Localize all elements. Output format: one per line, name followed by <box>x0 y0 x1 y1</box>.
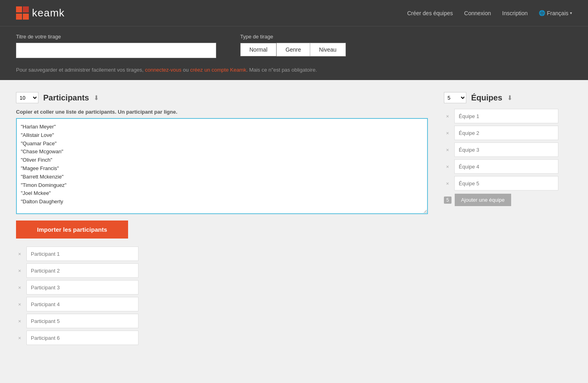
info-text-mid: ou <box>181 67 190 73</box>
nav-login[interactable]: Connexion <box>464 10 491 16</box>
remove-equipe-3-button[interactable]: × <box>444 147 451 153</box>
logo-icon <box>16 6 30 20</box>
list-item: × <box>16 314 428 328</box>
equipes-header: 5 2 3 4 6 Équipes ⬇ <box>444 92 572 103</box>
title-label: Titre de votre tirage <box>16 34 216 40</box>
nav-lang[interactable]: 🌐 Français ▾ <box>539 10 572 16</box>
participants-header: 10 5 15 20 Participants ⬇ <box>16 92 428 103</box>
list-item: × <box>444 159 572 174</box>
remove-equipe-5-button[interactable]: × <box>444 180 451 186</box>
participant-3-input[interactable] <box>26 280 138 295</box>
lang-label: Français <box>547 10 568 16</box>
logo: keamk <box>16 6 65 20</box>
info-text-after: . Mais ce n"est pas obligatoire. <box>246 67 317 73</box>
list-item: × <box>16 331 428 345</box>
list-item: × <box>16 263 428 278</box>
list-item: × <box>444 109 572 123</box>
type-normal-button[interactable]: Normal <box>240 43 277 56</box>
equipe-5-input[interactable] <box>454 176 558 190</box>
main-content: 10 5 15 20 Participants ⬇ Copier et coll… <box>0 80 588 357</box>
equipe-2-input[interactable] <box>454 126 558 140</box>
list-item: × <box>16 280 428 295</box>
top-form: Titre de votre tirage Type de tirage Nor… <box>0 26 588 67</box>
list-item: × <box>444 176 572 190</box>
list-item: × <box>16 297 428 311</box>
equipe-1-input[interactable] <box>454 109 558 123</box>
globe-icon: 🌐 <box>539 10 545 16</box>
equipe-list: × × × × × <box>444 109 572 190</box>
remove-participant-5-button[interactable]: × <box>16 318 23 324</box>
type-buttons: Normal Genre Niveau <box>240 43 346 56</box>
remove-participant-6-button[interactable]: × <box>16 335 23 341</box>
participant-1-input[interactable] <box>26 247 138 261</box>
participants-count-select[interactable]: 10 5 15 20 <box>16 92 38 103</box>
type-label: Type de tirage <box>240 34 346 40</box>
participant-6-input[interactable] <box>26 331 138 345</box>
add-equipe-button[interactable]: Ajouter une équipe <box>455 194 511 206</box>
type-genre-button[interactable]: Genre <box>277 43 310 56</box>
equipe-4-input[interactable] <box>454 159 558 174</box>
logo-text: keamk <box>32 7 65 19</box>
chevron-down-icon: ▾ <box>570 11 572 15</box>
participants-title: Participants <box>43 93 89 102</box>
header: keamk Créer des équipes Connexion Inscri… <box>0 0 588 26</box>
equipes-title: Équipes <box>471 93 502 102</box>
nav-register[interactable]: Inscription <box>502 10 528 16</box>
add-equipe-row: 5 Ajouter une équipe <box>444 194 572 206</box>
info-login-link[interactable]: connectez-vous <box>145 67 181 73</box>
add-equipe-count: 5 <box>444 197 452 204</box>
title-input[interactable] <box>16 43 216 58</box>
nav-links: Créer des équipes Connexion Inscription … <box>407 10 572 16</box>
list-item: × <box>16 247 428 261</box>
type-niveau-button[interactable]: Niveau <box>310 43 346 56</box>
download-participants-icon[interactable]: ⬇ <box>94 94 99 102</box>
participant-5-input[interactable] <box>26 314 138 328</box>
remove-participant-3-button[interactable]: × <box>16 285 23 291</box>
type-field-group: Type de tirage Normal Genre Niveau <box>240 34 346 56</box>
nav-create[interactable]: Créer des équipes <box>407 10 453 16</box>
remove-participant-4-button[interactable]: × <box>16 301 23 307</box>
info-bar: Pour sauvegarder et administrer facileme… <box>0 67 588 80</box>
list-item: × <box>444 126 572 140</box>
participants-textarea[interactable]: "Harlan Meyer" "Allistair Love" "Quamar … <box>16 118 428 214</box>
title-field-group: Titre de votre tirage <box>16 34 216 58</box>
list-item: × <box>444 142 572 157</box>
download-equipes-icon[interactable]: ⬇ <box>507 94 512 102</box>
equipe-3-input[interactable] <box>454 142 558 157</box>
remove-participant-2-button[interactable]: × <box>16 268 23 274</box>
remove-equipe-2-button[interactable]: × <box>444 130 451 136</box>
import-button[interactable]: Importer les participants <box>16 221 128 239</box>
equipes-count-select[interactable]: 5 2 3 4 6 <box>444 92 466 103</box>
participant-4-input[interactable] <box>26 297 138 311</box>
remove-equipe-4-button[interactable]: × <box>444 164 451 170</box>
equipes-section: 5 2 3 4 6 Équipes ⬇ × × × × <box>444 92 572 345</box>
participant-2-input[interactable] <box>26 263 138 278</box>
remove-participant-1-button[interactable]: × <box>16 251 23 257</box>
participant-list: × × × × × × <box>16 247 428 345</box>
info-text-before: Pour sauvegarder et administrer facileme… <box>16 67 145 73</box>
paste-hint: Copier et coller une liste de participan… <box>16 109 428 115</box>
remove-equipe-1-button[interactable]: × <box>444 113 451 119</box>
info-register-link[interactable]: créez un compte Keamk <box>190 67 246 73</box>
participants-section: 10 5 15 20 Participants ⬇ Copier et coll… <box>16 92 428 345</box>
